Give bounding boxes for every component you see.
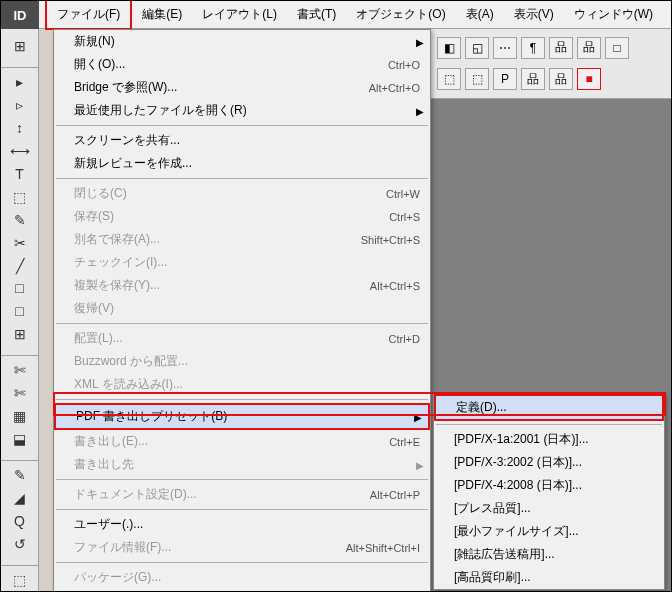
file-menu-item-0[interactable]: 新規(N)▶ [54, 30, 430, 53]
menu-item-label: Bridge で参照(W)... [74, 79, 369, 96]
left-tool-5[interactable]: ⟷ [9, 140, 31, 162]
left-tool-12[interactable]: □ [9, 300, 31, 322]
menu-item-label: 最近使用したファイルを開く(R) [74, 102, 420, 119]
file-menu-item-2[interactable]: Bridge で参照(W)...Alt+Ctrl+O [54, 76, 430, 99]
file-menu-item-13: 復帰(V) [54, 297, 430, 320]
left-tool-17[interactable]: ▦ [9, 405, 31, 427]
pdf-preset-submenu: 定義(D)...[PDF/X-1a:2001 (日本)]...[PDF/X-3:… [433, 393, 665, 590]
toolbar-icon2-4[interactable]: 品 [549, 68, 573, 90]
submenu-item-label: [高品質印刷]... [454, 569, 654, 586]
left-tool-18[interactable]: ⬓ [9, 428, 31, 450]
toolbar-icon2-2[interactable]: P [493, 68, 517, 90]
app-window: ID ファイル(F)編集(E)レイアウト(L)書式(T)オブジェクト(O)表(A… [0, 0, 672, 592]
toolbar-icon-4[interactable]: 品 [549, 37, 573, 59]
toolbar-icon2-0[interactable]: ⬚ [437, 68, 461, 90]
file-menu-sep [56, 479, 428, 480]
pdf-submenu-item-6[interactable]: [最小ファイルサイズ]... [434, 520, 664, 543]
pdf-submenu-item-5[interactable]: [プレス品質]... [434, 497, 664, 520]
file-menu-item-17: XML を読み込み(I)... [54, 373, 430, 396]
left-tool-22[interactable]: Q [9, 510, 31, 532]
pdf-submenu-item-8[interactable]: [高品質印刷]... [434, 566, 664, 589]
left-tool-7[interactable]: ⬚ [9, 186, 31, 208]
menu-item-label: 復帰(V) [74, 300, 420, 317]
submenu-arrow-icon: ▶ [414, 411, 422, 422]
left-tool-0[interactable]: ⊞ [9, 35, 31, 57]
menu-2[interactable]: レイアウト(L) [192, 1, 287, 28]
file-menu-item-6[interactable]: 新規レビューを作成... [54, 152, 430, 175]
left-tool-21[interactable]: ◢ [9, 487, 31, 509]
submenu-item-label: 定義(D)... [456, 399, 652, 416]
left-tool-3[interactable]: ▹ [9, 94, 31, 116]
left-tool-10[interactable]: ╱ [9, 255, 31, 277]
left-tool-23[interactable]: ↺ [9, 533, 31, 555]
left-tool-25[interactable]: ⬚ [9, 569, 31, 591]
file-menu-item-12: 複製を保存(Y)...Alt+Ctrl+S [54, 274, 430, 297]
menu-item-shortcut: Alt+Ctrl+P [370, 489, 420, 501]
pdf-submenu-item-2[interactable]: [PDF/X-1a:2001 (日本)]... [434, 428, 664, 451]
menu-item-label: 新規(N) [74, 33, 420, 50]
pdf-submenu-item-4[interactable]: [PDF/X-4:2008 (日本)]... [434, 474, 664, 497]
menu-6[interactable]: 表示(V) [504, 1, 564, 28]
menu-item-label: チェックイン(I)... [74, 254, 420, 271]
menu-7[interactable]: ウィンドウ(W) [564, 1, 663, 28]
toolbar-icon-0[interactable]: ◧ [437, 37, 461, 59]
menu-5[interactable]: 表(A) [456, 1, 504, 28]
toolbar-icon2-3[interactable]: 品 [521, 68, 545, 90]
file-menu-item-26: ファイル情報(F)...Alt+Shift+Ctrl+I [54, 536, 430, 559]
file-menu-item-20: 書き出し(E)...Ctrl+E [54, 430, 430, 453]
menu-item-label: 新規レビューを作成... [74, 155, 420, 172]
left-tool-20[interactable]: ✎ [9, 464, 31, 486]
file-menu-item-5[interactable]: スクリーンを共有... [54, 129, 430, 152]
pdf-submenu-item-7[interactable]: [雑誌広告送稿用]... [434, 543, 664, 566]
pdf-submenu-item-0[interactable]: 定義(D)... [434, 394, 664, 421]
menu-4[interactable]: オブジェクト(O) [346, 1, 455, 28]
menu-item-shortcut: Alt+Ctrl+O [369, 82, 420, 94]
file-menu-sep [56, 125, 428, 126]
left-tool-13[interactable]: ⊞ [9, 323, 31, 345]
menu-item-label: 閉じる(C) [74, 185, 386, 202]
toolbar-icon-5[interactable]: 品 [577, 37, 601, 59]
left-tool-8[interactable]: ✎ [9, 209, 31, 231]
menu-item-label: XML を読み込み(I)... [74, 376, 420, 393]
file-menu-item-11: チェックイン(I)... [54, 251, 430, 274]
toolbar-icon2-1[interactable]: ⬚ [465, 68, 489, 90]
file-menu-sep [56, 562, 428, 563]
file-menu-sep [56, 509, 428, 510]
menu-item-shortcut: Ctrl+W [386, 188, 420, 200]
submenu-item-label: [PDF/X-4:2008 (日本)]... [454, 477, 654, 494]
toolbar-icon-6[interactable]: □ [605, 37, 629, 59]
menu-item-shortcut: Ctrl+D [389, 333, 420, 345]
app-logo: ID [1, 1, 39, 29]
submenu-arrow-icon: ▶ [416, 105, 424, 116]
menu-item-label: PDF 書き出しプリセット(B) [76, 408, 418, 425]
toolbar-icon-3[interactable]: ¶ [521, 37, 545, 59]
left-tool-panel: ⊞▸▹↕⟷T⬚✎✂╱□□⊞✄✄▦⬓✎◢Q↺⬚ [1, 29, 39, 591]
left-tool-4[interactable]: ↕ [9, 117, 31, 139]
file-menu-item-8: 閉じる(C)Ctrl+W [54, 182, 430, 205]
menubar: ファイル(F)編集(E)レイアウト(L)書式(T)オブジェクト(O)表(A)表示… [39, 1, 671, 29]
submenu-item-label: [最小ファイルサイズ]... [454, 523, 654, 540]
submenu-item-label: [PDF/X-1a:2001 (日本)]... [454, 431, 654, 448]
toolbar-icon-1[interactable]: ◱ [465, 37, 489, 59]
file-menu-item-1[interactable]: 開く(O)...Ctrl+O [54, 53, 430, 76]
left-tool-16[interactable]: ✄ [9, 382, 31, 404]
toolbar-icon2-5[interactable]: ■ [577, 68, 601, 90]
file-menu-item-19[interactable]: PDF 書き出しプリセット(B)▶ [54, 403, 430, 430]
pdf-submenu-item-3[interactable]: [PDF/X-3:2002 (日本)]... [434, 451, 664, 474]
left-tool-9[interactable]: ✂ [9, 232, 31, 254]
menu-3[interactable]: 書式(T) [287, 1, 346, 28]
menu-1[interactable]: 編集(E) [132, 1, 192, 28]
left-tool-2[interactable]: ▸ [9, 71, 31, 93]
left-tool-6[interactable]: T [9, 163, 31, 185]
left-tool-15[interactable]: ✄ [9, 359, 31, 381]
file-menu-sep [56, 323, 428, 324]
left-tool-11[interactable]: □ [9, 278, 31, 300]
file-menu-item-10: 別名で保存(A)...Shift+Ctrl+S [54, 228, 430, 251]
menu-item-label: 開く(O)... [74, 56, 388, 73]
toolbar-icon-2[interactable]: ⋯ [493, 37, 517, 59]
menu-0[interactable]: ファイル(F) [45, 0, 132, 30]
file-menu-item-3[interactable]: 最近使用したファイルを開く(R)▶ [54, 99, 430, 122]
file-menu-item-25[interactable]: ユーザー(.)... [54, 513, 430, 536]
file-menu-dropdown: 新規(N)▶開く(O)...Ctrl+OBridge で参照(W)...Alt+… [53, 29, 431, 592]
menu-item-label: 複製を保存(Y)... [74, 277, 370, 294]
